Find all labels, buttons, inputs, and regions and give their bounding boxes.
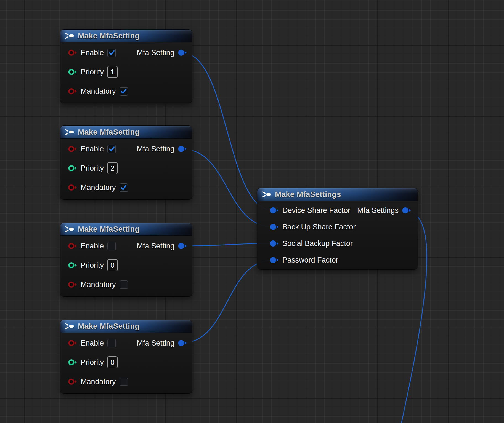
output-row: Mfa Setting: [137, 46, 187, 59]
input-row: Priority0: [68, 259, 118, 272]
input-row: Priority2: [68, 162, 118, 175]
int-input-pin[interactable]: [68, 68, 77, 76]
input-row: Mandatory: [68, 85, 128, 98]
output-pin-label: Mfa Setting: [137, 242, 174, 250]
input-row: Device Share Factor: [270, 204, 350, 217]
enable-checkbox[interactable]: [107, 49, 116, 57]
input-row: Mandatory: [68, 278, 128, 291]
output-row: Mfa Setting: [137, 337, 187, 349]
blueprint-graph-canvas[interactable]: Make MfaSetting Enable Priority1 Mandato…: [0, 0, 504, 423]
priority-value-input[interactable]: 1: [107, 66, 118, 78]
struct-output-pin[interactable]: [178, 49, 187, 56]
input-pin-label: Mandatory: [81, 280, 116, 289]
enable-checkbox[interactable]: [107, 242, 116, 250]
input-row: Enable: [68, 46, 116, 59]
priority-value-input[interactable]: 0: [107, 356, 118, 368]
priority-value-input[interactable]: 2: [107, 162, 118, 174]
struct-input-pin[interactable]: [270, 240, 279, 247]
output-row: Mfa Setting: [137, 240, 187, 252]
check-icon: [120, 88, 127, 95]
input-row: Social Backup Factor: [270, 237, 353, 250]
input-pin-label: Mandatory: [81, 183, 116, 192]
node-header-drag-handle[interactable]: Make MfaSettings: [257, 188, 418, 201]
input-pin-label: Priority: [81, 68, 104, 76]
connection-wire[interactable]: [182, 53, 273, 210]
bool-input-pin[interactable]: [68, 242, 77, 250]
input-pin-label: Priority: [81, 358, 104, 367]
input-row: Priority0: [68, 356, 118, 369]
mandatory-checkbox[interactable]: [120, 87, 128, 96]
mandatory-checkbox[interactable]: [120, 183, 128, 192]
output-pin-label: Mfa Settings: [357, 206, 399, 215]
check-icon: [108, 49, 115, 56]
enable-checkbox[interactable]: [107, 339, 116, 347]
node-header-drag-handle[interactable]: Make MfaSetting: [60, 30, 192, 42]
enable-checkbox[interactable]: [107, 145, 116, 153]
input-pin-label: Priority: [81, 261, 104, 270]
node-make-mfasetting-3[interactable]: Make MfaSetting Enable Priority0 Mandato…: [60, 320, 192, 393]
struct-input-pin[interactable]: [270, 256, 279, 264]
mandatory-checkbox[interactable]: [120, 378, 128, 386]
node-title: Make MfaSetting: [78, 128, 140, 136]
struct-output-pin[interactable]: [178, 145, 187, 152]
struct-output-pin[interactable]: [402, 207, 411, 214]
make-struct-icon: [65, 128, 75, 136]
input-row: Mandatory: [68, 181, 128, 194]
int-input-pin[interactable]: [68, 359, 77, 366]
input-pin-label: Enable: [81, 49, 104, 57]
input-row: Enable: [68, 337, 116, 349]
node-header-drag-handle[interactable]: Make MfaSetting: [60, 126, 192, 139]
bool-input-pin[interactable]: [68, 88, 77, 95]
struct-input-pin[interactable]: [270, 207, 279, 214]
node-title: Make MfaSettings: [275, 190, 341, 199]
int-input-pin[interactable]: [68, 165, 77, 172]
struct-output-pin[interactable]: [178, 242, 187, 250]
mandatory-checkbox[interactable]: [120, 280, 128, 289]
node-make-mfasettings-4[interactable]: Make MfaSettings Device Share Factor Bac…: [257, 188, 418, 269]
input-pin-label: Priority: [81, 164, 104, 173]
output-row: Mfa Settings: [357, 204, 411, 217]
input-row: Priority1: [68, 66, 118, 78]
input-pin-label: Device Share Factor: [282, 206, 350, 215]
check-icon: [108, 146, 115, 152]
node-title: Make MfaSetting: [78, 225, 140, 234]
output-pin-label: Mfa Setting: [137, 339, 174, 347]
bool-input-pin[interactable]: [68, 281, 77, 288]
input-pin-label: Mandatory: [81, 87, 116, 96]
int-input-pin[interactable]: [68, 262, 77, 269]
node-title: Make MfaSetting: [78, 31, 140, 40]
input-row: Mandatory: [68, 375, 128, 388]
bool-input-pin[interactable]: [68, 49, 77, 56]
input-row: Back Up Share Factor: [270, 221, 356, 233]
node-make-mfasetting-1[interactable]: Make MfaSetting Enable Priority2 Mandato…: [60, 126, 192, 199]
output-row: Mfa Setting: [137, 143, 187, 155]
bool-input-pin[interactable]: [68, 184, 77, 191]
priority-value-input[interactable]: 0: [107, 259, 118, 271]
bool-input-pin[interactable]: [68, 378, 77, 385]
node-header-drag-handle[interactable]: Make MfaSetting: [60, 320, 192, 333]
output-pin-label: Mfa Setting: [137, 49, 174, 57]
input-row: Password Factor: [270, 254, 338, 266]
node-make-mfasetting-2[interactable]: Make MfaSetting Enable Priority0 Mandato…: [60, 223, 192, 296]
connection-wire[interactable]: [182, 260, 273, 343]
input-row: Enable: [68, 143, 116, 155]
node-header-drag-handle[interactable]: Make MfaSetting: [60, 223, 192, 236]
make-struct-icon: [262, 191, 272, 198]
input-pin-label: Mandatory: [81, 378, 116, 386]
input-pin-label: Enable: [81, 145, 104, 153]
bool-input-pin[interactable]: [68, 145, 77, 152]
make-struct-icon: [65, 226, 75, 233]
input-pin-label: Social Backup Factor: [282, 239, 353, 248]
check-icon: [120, 184, 127, 191]
input-pin-label: Password Factor: [282, 256, 338, 264]
make-struct-icon: [65, 32, 75, 39]
input-pin-label: Back Up Share Factor: [282, 223, 356, 231]
node-title: Make MfaSetting: [78, 322, 140, 331]
node-make-mfasetting-0[interactable]: Make MfaSetting Enable Priority1 Mandato…: [60, 30, 192, 103]
output-pin-label: Mfa Setting: [137, 145, 174, 153]
struct-input-pin[interactable]: [270, 223, 279, 231]
bool-input-pin[interactable]: [68, 339, 77, 347]
input-pin-label: Enable: [81, 242, 104, 250]
input-row: Enable: [68, 240, 116, 252]
struct-output-pin[interactable]: [178, 339, 187, 347]
